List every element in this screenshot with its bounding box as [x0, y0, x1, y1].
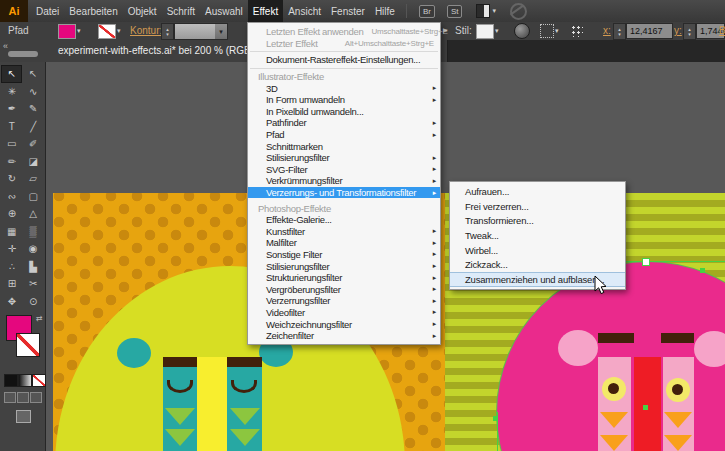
kontur-link[interactable]: Kontur: [130, 25, 162, 36]
rotate-tool[interactable]: ↻ [2, 171, 21, 187]
type-tool[interactable]: T [2, 118, 21, 134]
transform-dropdown-icon[interactable]: ▾ [555, 27, 559, 35]
draw-normal-button[interactable] [4, 392, 16, 403]
workspace-switcher-icon[interactable] [476, 4, 490, 18]
menu-item-verzerrungsfilter[interactable]: Verzerrungsfilter▸ [248, 295, 440, 307]
app-logo-icon[interactable]: Ai [0, 0, 28, 22]
hand-tool[interactable]: ✥ [2, 293, 21, 309]
selection-tool[interactable]: ↖ [2, 66, 21, 82]
fill-color-swatch[interactable] [58, 24, 76, 39]
mesh-tool[interactable]: ▦ [2, 223, 21, 239]
submenu-item-zickzack[interactable]: Zickzack... [450, 257, 625, 272]
submenu-item-frei-verzerren[interactable]: Frei verzerren... [450, 199, 625, 214]
menu-item-pathfinder[interactable]: Pathfinder▸ [248, 117, 440, 129]
scale-tool[interactable]: ▱ [24, 171, 43, 187]
curvature-tool[interactable]: ✎ [24, 101, 43, 117]
column-graph-tool[interactable]: ▙ [24, 258, 43, 274]
shape-builder-tool[interactable]: ⊕ [2, 206, 21, 222]
collapse-panel-icon[interactable]: « [3, 41, 8, 51]
menu-item-weichzeichnungsfilter[interactable]: Weichzeichnungsfilter▸ [248, 318, 440, 330]
menu-hilfe[interactable]: Hilfe [370, 0, 400, 22]
x-value-field[interactable]: 12,4167 in [626, 23, 673, 39]
recolor-artwork-icon[interactable] [514, 23, 530, 39]
stock-button[interactable]: St [447, 5, 463, 18]
menu-item-in-pixelbild-umwandeln[interactable]: In Pixelbild umwandeln... [248, 106, 440, 118]
gradient-tool[interactable]: ▒ [24, 223, 43, 239]
stroke-weight-dropdown-icon[interactable]: ▾ [215, 24, 227, 39]
menu-item-dokument-rastereffekt[interactable]: Dokument-Rastereffekt-Einstellungen... [248, 54, 440, 66]
pencil-tool[interactable]: ✏ [2, 153, 21, 169]
menu-effekt[interactable]: Effekt [248, 0, 283, 22]
color-mode-button[interactable] [4, 374, 18, 387]
rectangle-tool[interactable]: ▭ [2, 136, 21, 152]
lasso-tool[interactable]: ∿ [24, 83, 43, 99]
panel-grip[interactable] [8, 51, 38, 57]
menu-ansicht[interactable]: Ansicht [283, 0, 326, 22]
stroke-weight-dropdown[interactable]: ▾ [174, 23, 228, 40]
pen-tool[interactable]: ✒ [2, 101, 21, 117]
menu-item-3d[interactable]: 3D▸ [248, 82, 440, 94]
x-link[interactable]: x: [603, 25, 611, 36]
menu-item-videofilter[interactable]: Videofilter▸ [248, 307, 440, 319]
symbol-sprayer-tool[interactable]: ∴ [2, 258, 21, 274]
zoom-tool[interactable]: ⊙ [24, 293, 43, 309]
perspective-grid-tool[interactable]: △ [24, 206, 43, 222]
menu-objekt[interactable]: Objekt [123, 0, 162, 22]
draw-inside-button[interactable] [30, 392, 42, 403]
paintbrush-tool[interactable]: ✐ [24, 136, 43, 152]
x-stepper[interactable]: ▴▾ [613, 23, 626, 40]
stroke-weight-stepper[interactable]: ▴▾ [161, 23, 174, 40]
menu-item-strukturierungsfilter[interactable]: Strukturierungsfilter▸ [248, 272, 440, 284]
menu-fenster[interactable]: Fenster [326, 0, 370, 22]
y-stepper[interactable]: ▴▾ [683, 23, 696, 40]
stroke-color-swatch[interactable] [98, 24, 116, 39]
style-dropdown-icon[interactable]: ▾ [495, 27, 499, 35]
stroke-dropdown-icon[interactable]: ▾ [117, 27, 121, 35]
menu-bearbeiten[interactable]: Bearbeiten [64, 0, 122, 22]
bridge-button[interactable]: Br [419, 5, 435, 18]
menu-item-effekte-galerie[interactable]: Effekte-Galerie... [248, 214, 440, 226]
submenu-item-tweak[interactable]: Tweak... [450, 228, 625, 243]
selection-anchor-center[interactable] [643, 405, 648, 410]
stroke-color-well[interactable] [16, 333, 40, 357]
width-tool[interactable]: ∾ [2, 188, 21, 204]
menu-item-pfad[interactable]: Pfad▸ [248, 129, 440, 141]
menu-item-in-form-umwandeln[interactable]: In Form umwandeln▸ [248, 94, 440, 106]
transform-options-icon[interactable] [540, 24, 554, 38]
menu-item-malfilter[interactable]: Malfilter▸ [248, 237, 440, 249]
selection-anchor-right[interactable] [700, 268, 705, 273]
style-swatch[interactable] [476, 24, 494, 39]
direct-selection-tool[interactable]: ↖ [24, 66, 43, 82]
fill-dropdown-icon[interactable]: ▾ [77, 27, 81, 35]
menu-item-zeichenfilter[interactable]: Zeichenfilter▸ [248, 330, 440, 342]
b-link[interactable]: B [719, 25, 725, 36]
menu-item-stilisierungsfilter[interactable]: Stilisierungsfilter▸ [248, 152, 440, 164]
menu-item-stilisierungsfilter-ps[interactable]: Stilisierungsfilter▸ [248, 260, 440, 272]
artboard-tool[interactable]: ⊞ [2, 276, 21, 292]
none-mode-button[interactable] [32, 374, 46, 387]
swap-fill-stroke-icon[interactable]: ⇄ [36, 314, 43, 323]
blend-tool[interactable]: ◉ [24, 241, 43, 257]
reference-point-grid-icon[interactable] [570, 24, 583, 37]
slice-tool[interactable]: ✂ [24, 276, 43, 292]
draw-behind-button[interactable] [17, 392, 29, 403]
menu-item-schnittmarken[interactable]: Schnittmarken [248, 140, 440, 152]
free-transform-tool[interactable]: ▢ [24, 188, 43, 204]
workspace-dropdown-icon[interactable]: ▾ [492, 7, 496, 15]
submenu-item-transformieren[interactable]: Transformieren... [450, 213, 625, 228]
gradient-mode-button[interactable] [18, 374, 32, 387]
menu-schrift[interactable]: Schrift [162, 0, 200, 22]
menu-item-sonstige-filter[interactable]: Sonstige Filter▸ [248, 249, 440, 261]
line-segment-tool[interactable]: ╱ [24, 118, 43, 134]
menu-auswahl[interactable]: Auswahl [200, 0, 248, 22]
submenu-item-wirbel[interactable]: Wirbel... [450, 243, 625, 258]
menu-datei[interactable]: Datei [31, 0, 64, 22]
menu-item-svg-filter[interactable]: SVG-Filter▸ [248, 164, 440, 176]
menu-item-kunstfilter[interactable]: Kunstfilter▸ [248, 226, 440, 238]
magic-wand-tool[interactable]: ✳ [2, 83, 21, 99]
y-link[interactable]: y: [674, 25, 682, 36]
menu-item-verzerrungs-und-transformationsfilter[interactable]: Verzerrungs- und Transformationsfilter▸ [248, 187, 440, 199]
menu-item-verkruemmungsfilter[interactable]: Verkrümmungsfilter▸ [248, 175, 440, 187]
eraser-tool[interactable]: ◪ [24, 153, 43, 169]
selection-anchor-top[interactable] [642, 258, 650, 266]
